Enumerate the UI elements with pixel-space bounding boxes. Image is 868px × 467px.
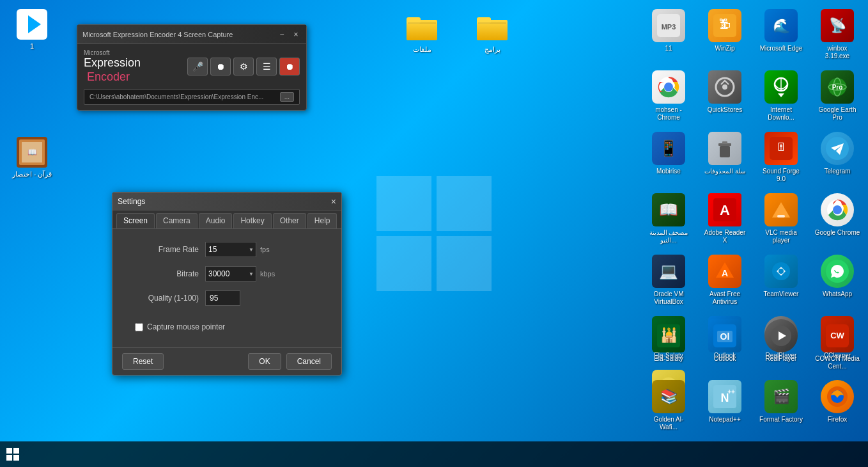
quality-input[interactable] <box>205 290 240 306</box>
icon-mohsen-chrome[interactable]: mohsen - Chrome <box>643 68 694 124</box>
settings-titlebar[interactable]: Settings × <box>112 193 341 210</box>
notepadpp-icon-box: N++ <box>708 380 741 413</box>
icon-cowon-r6[interactable]: CW COWON Media Cent... <box>812 317 863 373</box>
svg-text:Ol: Ol <box>720 331 730 342</box>
encoder-path-row: C:\Users\abohatem\Documents\Expression\E… <box>84 89 300 105</box>
icon-firefox[interactable]: Firefox <box>812 377 863 434</box>
quickstores-icon-box <box>708 70 741 104</box>
firefox-label: Firefox <box>828 416 848 423</box>
encoder-close-btn[interactable]: × <box>291 29 301 40</box>
telegram-icon-box <box>821 132 854 165</box>
icon-mp3-11[interactable]: MP3 11 <box>643 6 694 63</box>
soundforge-icon-box: 🎚 <box>764 132 798 165</box>
winbox-emoji: 📡 <box>829 17 846 34</box>
cancel-button[interactable]: Cancel <box>286 353 332 370</box>
quran-emoji: 📖 <box>659 201 678 219</box>
icon-mobirise[interactable]: 📱 Mobirise <box>643 129 694 186</box>
telegram-label: Telegram <box>824 168 850 175</box>
settings-dialog: Settings × Screen Camera Audio Hotkey Ot… <box>112 192 342 376</box>
encoder-camera-btn[interactable]: ⏺ <box>210 58 231 75</box>
icon-whatsapp[interactable]: WhatsApp <box>812 252 863 308</box>
reset-button[interactable]: Reset <box>122 353 164 370</box>
icon-winbox[interactable]: 📡 winbox 3.19.exe <box>812 6 863 63</box>
icon-golden[interactable]: 📚 Golden Al-Wafi... <box>643 377 694 434</box>
whatsapp-label: WhatsApp <box>823 290 852 298</box>
tab-camera[interactable]: Camera <box>156 213 198 228</box>
icon-virtualbox[interactable]: 💻 Oracle VM VirtualBox <box>643 252 694 308</box>
icon-formatfactory[interactable]: 🎬 Format Factory <box>756 377 807 434</box>
chrome-icon-box <box>821 193 854 226</box>
svg-text:MP3: MP3 <box>662 23 676 31</box>
encoder-titlebar[interactable]: Microsoft Expression Encoder 4 Screen Ca… <box>77 25 306 44</box>
tab-hotkey[interactable]: Hotkey <box>233 213 271 228</box>
icon-soundforge[interactable]: 🎚 Sound Forge 9.0 <box>756 129 807 186</box>
settings-close-btn[interactable]: × <box>331 196 336 207</box>
svg-rect-77 <box>13 455 19 461</box>
icon-realplayer-r6[interactable]: RealPlayer <box>756 317 807 373</box>
frame-rate-select[interactable]: 15 24 30 <box>205 242 256 257</box>
encoder-list-btn[interactable]: ☰ <box>256 58 277 75</box>
adobe-icon-box: A <box>708 193 741 226</box>
avast-label: Avast Free Antivirus <box>702 290 748 306</box>
svg-rect-11 <box>478 22 506 24</box>
quran-madinah-icon-box: 📖 <box>652 193 685 226</box>
encoder-path-text: C:\Users\abohatem\Documents\Expression\E… <box>89 93 263 100</box>
icon-google-earth[interactable]: Pro Google Earth Pro <box>812 68 863 124</box>
icon-notepadpp[interactable]: N++ Notepad++ <box>699 377 750 434</box>
svg-rect-76 <box>6 455 12 461</box>
svg-text:Pro: Pro <box>832 84 843 91</box>
start-button[interactable] <box>0 441 26 467</box>
settings-body: Frame Rate 15 24 30 fps Bitrate 30000 20… <box>112 229 341 347</box>
internet-dl-icon-box <box>764 70 798 104</box>
encoder-path-btn[interactable]: ... <box>280 92 294 102</box>
icon-msedge[interactable]: 🌊 Microsoft Edge <box>756 6 807 63</box>
encoder-minimize-btn[interactable]: − <box>277 29 287 40</box>
icon-internet-dl[interactable]: Internet Downlo... <box>756 68 807 124</box>
folder-baramij[interactable]: برامج <box>467 10 518 56</box>
icon-quickstores[interactable]: QuickStores <box>699 68 750 124</box>
windows-logo <box>370 170 498 297</box>
winzip-label: WinZip <box>715 45 734 52</box>
outlook2-label: Outlook <box>714 355 736 363</box>
icon-avast[interactable]: A Avast Free Antivirus <box>699 252 750 308</box>
svg-rect-35 <box>722 141 727 144</box>
icon-elasalaty-r6[interactable]: 🕌 Ela-Salaty <box>643 317 694 373</box>
desktop-icon-quran[interactable]: 📖 قرآن - اختصار <box>6 134 58 181</box>
folder-malaffat[interactable]: ملفات <box>396 10 447 56</box>
teamviewer-icon-box <box>764 255 798 288</box>
encoder-record-btn[interactable]: ⏺ <box>279 58 300 75</box>
realplayer2-label: RealPlayer <box>766 355 797 363</box>
taskbar[interactable] <box>0 441 868 467</box>
icon-adobe-reader[interactable]: A Adobe Reader X <box>699 191 750 247</box>
tab-screen[interactable]: Screen <box>116 213 155 228</box>
capture-mouse-checkbox[interactable] <box>135 323 143 331</box>
icon-winzip[interactable]: 🗜 WinZip <box>699 6 750 63</box>
folder-malaffat-label: ملفات <box>413 45 431 54</box>
svg-text:A: A <box>722 268 728 278</box>
icon-telegram[interactable]: Telegram <box>812 129 863 186</box>
bitrate-label: Bitrate <box>122 269 205 278</box>
tab-other[interactable]: Other <box>273 213 306 228</box>
bottom-right-icons: 📚 Golden Al-Wafi... N++ Notepad++ 🎬 Form… <box>638 377 868 434</box>
golden-emoji: 📚 <box>660 388 678 405</box>
tab-help[interactable]: Help <box>307 213 337 228</box>
ok-button[interactable]: OK <box>248 353 281 370</box>
icon-teamviewer[interactable]: TeamViewer <box>756 252 807 308</box>
icon-google-chrome[interactable]: Google Chrome <box>812 191 863 247</box>
bitrate-select[interactable]: 30000 20000 10000 <box>205 266 256 281</box>
encoder-mic-btn[interactable]: 🎤 <box>187 58 208 75</box>
desktop-icon-1[interactable]: 1 <box>6 6 58 53</box>
icon-trash[interactable]: سلة المحذوفات <box>699 129 750 186</box>
mohsen-chrome-label: mohsen - Chrome <box>646 106 692 122</box>
icon-vlc[interactable]: VLC media player <box>756 191 807 247</box>
mp3-11-label: 11 <box>665 45 672 52</box>
icon-quran-madinah[interactable]: 📖 مصحف المدينة النبو... <box>643 191 694 247</box>
capture-mouse-row: Capture mouse pointer <box>122 322 332 331</box>
trash-icon-box <box>708 132 741 165</box>
winzip-icon-box: 🗜 <box>708 9 741 42</box>
icon-outlook-r6[interactable]: Ol Outlook <box>699 317 750 373</box>
tab-audio[interactable]: Audio <box>199 213 233 228</box>
google-chrome-label: Google Chrome <box>815 229 860 237</box>
mobirise-label: Mobirise <box>656 168 681 175</box>
encoder-settings-btn[interactable]: ⚙ <box>233 58 254 75</box>
